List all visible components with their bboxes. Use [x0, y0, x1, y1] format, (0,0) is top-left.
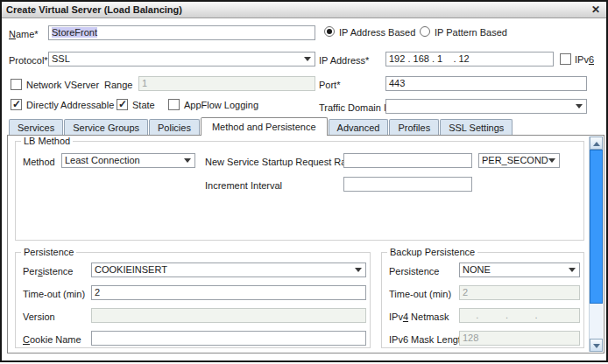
backup-timeout-label: Time-out (min): [389, 289, 451, 299]
range-label: Range: [104, 80, 132, 90]
chevron-down-icon: [576, 104, 583, 108]
ip-address-input[interactable]: 192 . 168 . 1 . 12: [385, 52, 554, 66]
directly-addressable-checkbox[interactable]: [11, 99, 22, 110]
backup-persistence-dropdown[interactable]: NONE: [459, 262, 580, 277]
directly-addressable-label: Directly Addressable: [26, 100, 114, 110]
protocol-dropdown[interactable]: SSL: [48, 52, 315, 66]
chevron-down-icon: [304, 57, 311, 61]
name-label: Name*: [9, 29, 39, 39]
backup-persistence-group-label: Backup Persistence: [387, 247, 477, 257]
tab-advanced[interactable]: Advanced: [329, 119, 389, 135]
tab-service-groups[interactable]: Service Groups: [64, 119, 148, 135]
chevron-down-icon: [355, 268, 362, 272]
chevron-down-icon: [184, 158, 191, 163]
triangle-down-icon: [593, 344, 600, 348]
ipv6-checkbox[interactable]: [560, 53, 571, 65]
chevron-down-icon: [548, 158, 555, 163]
increment-interval-input[interactable]: [343, 177, 472, 192]
ipv6-mask-length-input: 128: [459, 331, 580, 346]
traffic-domain-id-label: Traffic Domain ID: [319, 102, 393, 113]
backup-timeout-input: 2: [459, 285, 580, 300]
titlebar: Create Virtual Server (Load Balancing) ✕: [2, 2, 606, 18]
method-label: Method: [23, 157, 55, 167]
timeout-input[interactable]: 2: [91, 285, 366, 300]
lb-method-group-label: LB Method: [21, 136, 73, 146]
state-label: State: [132, 100, 155, 110]
backup-persistence-label: Persistence: [389, 266, 439, 276]
tab-method-and-persistence[interactable]: Method and Persistence: [201, 117, 328, 136]
tab-strip: Services Service Groups Policies Method …: [9, 116, 513, 135]
create-virtual-server-dialog: Create Virtual Server (Load Balancing) ✕…: [0, 0, 608, 362]
tab-ssl-settings[interactable]: SSL Settings: [440, 119, 513, 135]
timeout-label: Time-out (min): [23, 289, 85, 299]
ip-address-based-radio[interactable]: [324, 26, 335, 37]
cookie-name-input[interactable]: [91, 331, 366, 346]
persistence-group: Persistence Persistence COOKIEINSERT Tim…: [15, 252, 371, 348]
network-vserver-label: Network VServer: [26, 80, 99, 90]
range-input: 1: [138, 76, 315, 91]
method-dropdown[interactable]: Least Connection: [61, 153, 195, 168]
chevron-down-icon: [569, 268, 576, 272]
tab-profiles[interactable]: Profiles: [389, 119, 439, 135]
ip-pattern-based-radio[interactable]: [420, 26, 430, 37]
backup-persistence-group: Backup Persistence Persistence NONE Time…: [381, 252, 584, 348]
ipv6-mask-length-label: IPv6 Mask Length: [389, 334, 466, 345]
port-label: Port*: [319, 80, 340, 90]
dialog-title: Create Virtual Server (Load Balancing): [6, 2, 182, 18]
scroll-up-icon[interactable]: [590, 136, 603, 150]
tab-content-panel: LB Method Method Least Connection New Se…: [7, 135, 604, 354]
network-vserver-checkbox[interactable]: [11, 79, 22, 90]
tab-services[interactable]: Services: [9, 119, 63, 135]
lb-method-group: LB Method Method Least Connection New Se…: [15, 141, 584, 241]
persistence-dropdown[interactable]: COOKIEINSERT: [91, 262, 366, 277]
persistence-group-label: Persistence: [21, 247, 76, 257]
appflow-logging-checkbox[interactable]: [168, 99, 180, 110]
tab-policies[interactable]: Policies: [149, 119, 200, 135]
vertical-scrollbar[interactable]: [589, 136, 603, 352]
port-input[interactable]: 443: [385, 76, 587, 91]
protocol-label: Protocol*: [9, 55, 48, 66]
increment-interval-label: Increment Interval: [205, 180, 282, 191]
close-icon[interactable]: ✕: [591, 2, 600, 18]
ipv4-netmask-input: . . .: [459, 308, 580, 323]
scroll-down-icon[interactable]: [590, 339, 603, 352]
appflow-logging-label: AppFlow Logging: [184, 100, 258, 110]
ip-address-based-label: IP Address Based: [339, 27, 415, 38]
name-value: StoreFront: [52, 27, 97, 38]
rate-unit-dropdown[interactable]: PER_SECOND: [478, 153, 560, 168]
ip-address-label: IP Address*: [319, 55, 369, 66]
ipv4-netmask-label: IPv4 Netmask: [389, 312, 449, 322]
triangle-up-icon: [593, 142, 600, 146]
new-service-startup-request-rate-label: New Service Startup Request Rate: [205, 157, 355, 167]
persistence-label: Persistence: [23, 266, 73, 276]
ipv6-label: IPv6: [575, 54, 594, 65]
new-service-startup-request-rate-input[interactable]: [343, 153, 472, 168]
version-input: [91, 308, 366, 323]
cookie-name-label: Cookie Name: [23, 334, 81, 345]
version-label: Version: [23, 312, 55, 322]
scrollbar-thumb[interactable]: [590, 150, 603, 304]
name-input[interactable]: StoreFront: [48, 25, 315, 40]
traffic-domain-id-dropdown[interactable]: [385, 99, 587, 114]
state-checkbox[interactable]: [117, 99, 128, 110]
ip-pattern-based-label: IP Pattern Based: [435, 27, 507, 38]
